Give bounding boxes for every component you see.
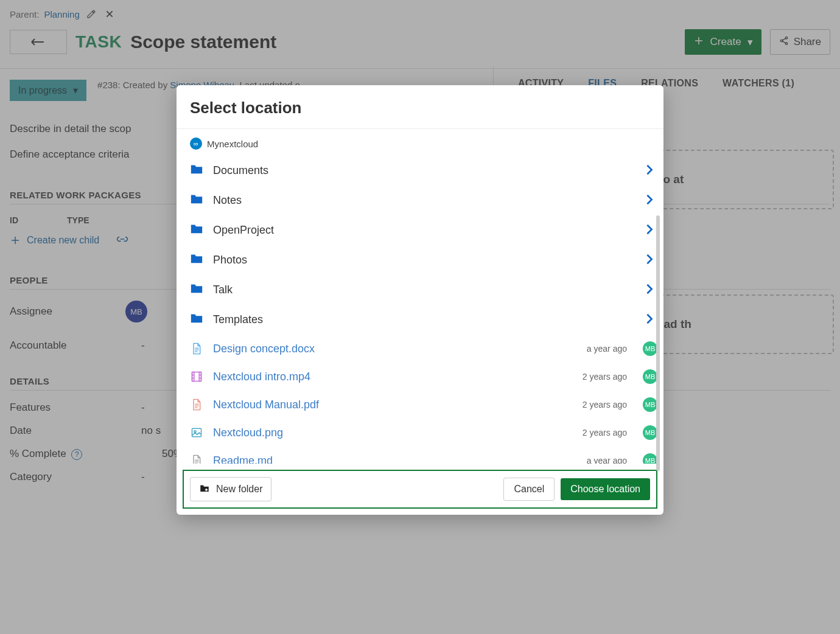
video-file-icon	[190, 371, 203, 383]
svg-rect-7	[192, 372, 194, 381]
folder-item[interactable]: Talk	[190, 275, 657, 305]
user-badge: MB	[643, 341, 657, 356]
file-item: Nextcloud Manual.pdf2 years agoMB	[190, 391, 657, 419]
folder-item[interactable]: Documents	[190, 156, 657, 186]
new-folder-button[interactable]: New folder	[190, 477, 271, 501]
folder-icon	[190, 312, 203, 328]
chevron-right-icon[interactable]	[645, 193, 657, 209]
chevron-right-icon[interactable]	[645, 223, 657, 239]
folder-icon	[190, 162, 203, 179]
svg-rect-6	[192, 372, 201, 381]
chevron-right-icon[interactable]	[645, 253, 657, 268]
file-name: Readme.md	[213, 455, 577, 464]
folder-icon	[190, 192, 203, 209]
user-badge: MB	[643, 397, 657, 412]
folder-name: Talk	[213, 284, 635, 296]
modal-title: Select location	[177, 85, 663, 128]
nextcloud-icon: ∞	[190, 138, 202, 150]
folder-name: Notes	[213, 194, 635, 207]
user-badge: MB	[643, 369, 657, 384]
folder-icon	[190, 252, 203, 268]
file-name: Nextcloud Manual.pdf	[213, 399, 573, 411]
new-folder-label: New folder	[216, 484, 262, 495]
scrollbar[interactable]	[656, 215, 661, 515]
file-item: Nextcloud.png2 years agoMB	[190, 419, 657, 447]
chevron-right-icon[interactable]	[645, 282, 657, 298]
folder-item[interactable]: Photos	[190, 245, 657, 275]
file-meta: a year ago	[587, 344, 627, 354]
folder-name: Templates	[213, 313, 635, 326]
svg-rect-22	[205, 489, 208, 490]
user-badge: MB	[643, 425, 657, 440]
file-item: Readme.mda year agoMB	[190, 447, 657, 464]
text-file-icon	[190, 455, 203, 464]
file-meta: a year ago	[587, 456, 627, 464]
modal-footer: New folder Cancel Choose location	[183, 470, 657, 509]
user-badge: MB	[643, 453, 657, 464]
modal-overlay[interactable]: Select location ∞ Mynextcloud DocumentsN…	[0, 0, 840, 634]
file-name: Design concept.docx	[213, 343, 577, 355]
choose-location-button[interactable]: Choose location	[561, 478, 650, 500]
file-meta: 2 years ago	[583, 372, 627, 381]
folder-plus-icon	[199, 483, 210, 495]
folder-name: OpenProject	[213, 224, 635, 237]
breadcrumb-label: Mynextcloud	[207, 139, 258, 149]
breadcrumb[interactable]: ∞ Mynextcloud	[177, 129, 663, 153]
doc-file-icon	[190, 343, 203, 355]
chevron-right-icon[interactable]	[645, 163, 657, 179]
file-item: Nextcloud intro.mp42 years agoMB	[190, 363, 657, 391]
file-name: Nextcloud.png	[213, 427, 573, 439]
cancel-button[interactable]: Cancel	[503, 478, 555, 501]
file-name: Nextcloud intro.mp4	[213, 371, 573, 383]
folder-icon	[190, 222, 203, 239]
file-item: Design concept.docxa year agoMB	[190, 335, 657, 363]
file-meta: 2 years ago	[583, 428, 627, 437]
select-location-modal: Select location ∞ Mynextcloud DocumentsN…	[177, 85, 663, 515]
file-meta: 2 years ago	[583, 400, 627, 409]
folder-item[interactable]: OpenProject	[190, 215, 657, 245]
chevron-right-icon[interactable]	[645, 312, 657, 328]
svg-rect-16	[192, 428, 201, 436]
location-list: DocumentsNotesOpenProjectPhotosTalkTempl…	[177, 153, 663, 464]
image-file-icon	[190, 427, 203, 439]
folder-name: Documents	[213, 164, 635, 177]
svg-rect-8	[199, 372, 201, 381]
folder-name: Photos	[213, 254, 635, 266]
pdf-file-icon	[190, 399, 203, 411]
folder-item[interactable]: Notes	[190, 186, 657, 215]
folder-icon	[190, 282, 203, 298]
folder-item[interactable]: Templates	[190, 305, 657, 335]
